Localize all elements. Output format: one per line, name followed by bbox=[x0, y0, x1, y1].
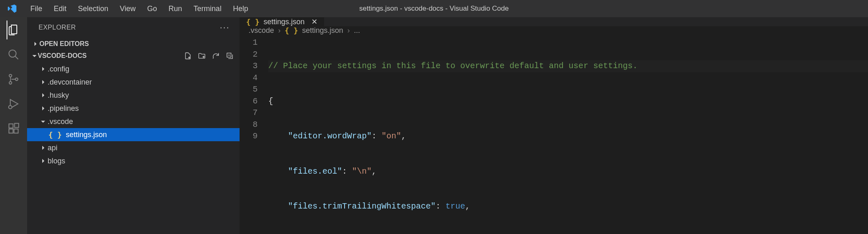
chevron-right-icon bbox=[31, 41, 39, 47]
vscode-logo-icon bbox=[7, 4, 17, 14]
workspace-section[interactable]: VSCODE-DOCS bbox=[27, 50, 240, 62]
chevron-right-icon: › bbox=[347, 26, 350, 35]
line-number: 1 bbox=[240, 37, 258, 49]
menu-edit[interactable]: Edit bbox=[48, 2, 72, 16]
open-editors-label: OPEN EDITORS bbox=[39, 40, 89, 48]
tree-folder[interactable]: .pipelines bbox=[27, 102, 240, 115]
menu-terminal[interactable]: Terminal bbox=[188, 2, 227, 16]
chevron-right-icon: › bbox=[278, 26, 281, 35]
svg-point-5 bbox=[9, 106, 12, 109]
chevron-right-icon bbox=[39, 66, 48, 72]
tree-label: settings.json bbox=[66, 131, 107, 139]
editor-area: { } settings.json ✕ .vscode › { } settin… bbox=[240, 17, 868, 234]
source-control-icon[interactable] bbox=[7, 72, 21, 86]
tree-label: .pipelines bbox=[48, 104, 79, 113]
tree-folder[interactable]: .devcontainer bbox=[27, 76, 240, 89]
code-token: "on" bbox=[381, 131, 401, 141]
titlebar: File Edit Selection View Go Run Terminal… bbox=[0, 0, 868, 17]
svg-line-1 bbox=[15, 56, 18, 60]
svg-rect-9 bbox=[15, 124, 19, 128]
tree-label: .vscode bbox=[48, 117, 73, 126]
sidebar-more-icon[interactable]: ··· bbox=[220, 22, 230, 33]
tree-label: blogs bbox=[48, 157, 65, 165]
breadcrumb[interactable]: .vscode › { } settings.json › ... bbox=[240, 26, 868, 35]
code-token: "\n" bbox=[352, 167, 372, 176]
code-token: "files.trimTrailingWhitespace" bbox=[288, 202, 436, 211]
breadcrumb-tail[interactable]: ... bbox=[354, 26, 360, 35]
close-icon[interactable]: ✕ bbox=[311, 17, 318, 26]
menu-go[interactable]: Go bbox=[142, 2, 163, 16]
line-number: 8 bbox=[240, 119, 258, 131]
tree-folder-expanded[interactable]: .vscode bbox=[27, 115, 240, 128]
file-tree: .config .devcontainer .husky .pipelines … bbox=[27, 62, 240, 168]
editor-tabs: { } settings.json ✕ bbox=[240, 17, 868, 26]
new-file-icon[interactable] bbox=[184, 52, 192, 60]
chevron-right-icon bbox=[39, 92, 48, 99]
collapse-all-icon[interactable] bbox=[226, 52, 234, 60]
tree-file-selected[interactable]: { }settings.json bbox=[27, 128, 240, 141]
tree-label: .devcontainer bbox=[48, 78, 92, 87]
tree-folder[interactable]: api bbox=[27, 141, 240, 154]
chevron-right-icon bbox=[39, 158, 48, 164]
code-token: true bbox=[445, 202, 465, 211]
svg-point-3 bbox=[9, 82, 11, 84]
code-lines[interactable]: // Place your settings in this file to o… bbox=[268, 37, 868, 234]
code-token: "editor.wordWrap" bbox=[288, 131, 372, 141]
menu-selection[interactable]: Selection bbox=[72, 2, 114, 16]
menu-file[interactable]: File bbox=[25, 2, 48, 16]
svg-point-2 bbox=[9, 74, 11, 77]
menu-run[interactable]: Run bbox=[163, 2, 188, 16]
tab-settings-json[interactable]: { } settings.json ✕ bbox=[240, 17, 324, 26]
json-file-icon: { } bbox=[48, 131, 62, 139]
tree-folder[interactable]: blogs bbox=[27, 154, 240, 167]
tree-folder[interactable]: .husky bbox=[27, 89, 240, 102]
code-token: { bbox=[268, 96, 273, 106]
refresh-icon[interactable] bbox=[212, 52, 220, 60]
json-file-icon: { } bbox=[285, 26, 298, 35]
code-token: "files.eol" bbox=[288, 167, 342, 176]
chevron-down-icon bbox=[39, 118, 48, 125]
workspace-label: VSCODE-DOCS bbox=[38, 52, 87, 60]
chevron-right-icon bbox=[39, 105, 48, 112]
tree-label: .config bbox=[48, 65, 69, 73]
sidebar: EXPLORER ··· OPEN EDITORS VSCODE-DOCS bbox=[27, 17, 240, 234]
run-debug-icon[interactable] bbox=[7, 97, 21, 111]
tree-folder[interactable]: .config bbox=[27, 62, 240, 76]
svg-rect-8 bbox=[14, 129, 18, 133]
breadcrumb-file[interactable]: settings.json bbox=[302, 26, 343, 35]
line-number: 9 bbox=[240, 131, 258, 142]
line-number: 6 bbox=[240, 96, 258, 108]
new-folder-icon[interactable] bbox=[198, 52, 206, 60]
menu-bar: File Edit Selection View Go Run Terminal… bbox=[25, 2, 254, 16]
chevron-right-icon bbox=[39, 145, 48, 151]
tree-label: .husky bbox=[48, 91, 69, 100]
line-number: 2 bbox=[240, 49, 258, 61]
chevron-right-icon bbox=[39, 79, 48, 85]
breadcrumb-folder[interactable]: .vscode bbox=[249, 26, 274, 35]
svg-rect-6 bbox=[9, 124, 13, 128]
tab-label: settings.json bbox=[264, 18, 305, 26]
line-number: 4 bbox=[240, 72, 258, 84]
line-number: 7 bbox=[240, 107, 258, 119]
code-editor[interactable]: 1 2 3 4 5 6 7 8 9 // Place your settings… bbox=[240, 35, 868, 234]
code-token: // Place your settings in this file to o… bbox=[268, 61, 637, 71]
extensions-icon[interactable] bbox=[7, 122, 21, 135]
activity-bar bbox=[0, 17, 27, 234]
explorer-icon[interactable] bbox=[7, 23, 21, 37]
chevron-down-icon bbox=[31, 53, 38, 59]
svg-point-0 bbox=[9, 50, 16, 57]
window-title: settings.json - vscode-docs - Visual Stu… bbox=[359, 5, 509, 13]
json-file-icon: { } bbox=[246, 18, 260, 26]
svg-point-4 bbox=[15, 78, 18, 80]
line-number: 5 bbox=[240, 84, 258, 96]
line-number: 3 bbox=[240, 60, 258, 72]
sidebar-title: EXPLORER bbox=[39, 24, 76, 31]
tree-label: api bbox=[48, 144, 57, 152]
menu-view[interactable]: View bbox=[114, 2, 142, 16]
search-icon[interactable] bbox=[7, 48, 21, 62]
menu-help[interactable]: Help bbox=[227, 2, 254, 16]
open-editors-section[interactable]: OPEN EDITORS bbox=[27, 38, 240, 50]
gutter: 1 2 3 4 5 6 7 8 9 bbox=[240, 37, 268, 234]
svg-rect-7 bbox=[9, 129, 13, 133]
